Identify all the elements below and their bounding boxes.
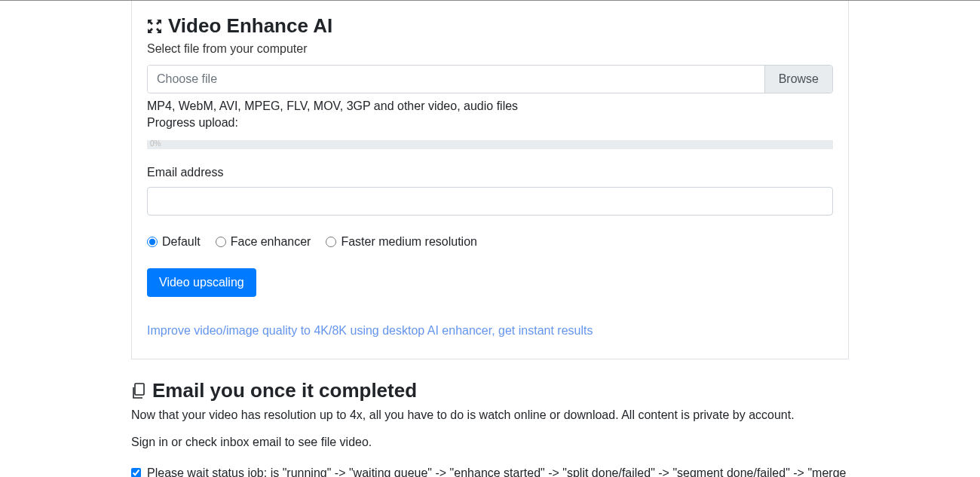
upload-card: Video Enhance AI Select file from your c… [131, 1, 849, 359]
browse-button[interactable]: Browse [764, 66, 832, 93]
status-checkbox[interactable] [131, 468, 141, 477]
radio-default[interactable]: Default [147, 235, 201, 249]
status-row: Please wait status job: is "running" -> … [131, 464, 849, 477]
svg-rect-0 [135, 384, 144, 395]
email-field[interactable] [147, 187, 833, 216]
radio-faster[interactable]: Faster medium resolution [326, 235, 477, 249]
section2-title: Email you once it completed [131, 379, 849, 402]
radio-default-label: Default [162, 235, 201, 249]
section1-title-text: Video Enhance AI [168, 14, 332, 38]
section2-subtitle: Now that your video has resolution up to… [131, 408, 849, 422]
radio-face[interactable]: Face enhancer [216, 235, 311, 249]
formats-hint: MP4, WebM, AVI, MPEG, FLV, MOV, 3GP and … [147, 99, 833, 113]
section1-title: Video Enhance AI [147, 14, 833, 38]
upload-progress-bar: 0% [147, 140, 833, 149]
radio-faster-label: Faster medium resolution [341, 235, 477, 249]
file-input-group[interactable]: Choose file Browse [147, 65, 833, 93]
progress-percent: 0% [150, 139, 161, 148]
radio-face-input[interactable] [216, 237, 226, 247]
progress-label: Progress upload: [147, 116, 833, 130]
video-upscaling-button[interactable]: Video upscaling [147, 268, 256, 297]
desktop-enhancer-link[interactable]: Improve video/image quality to 4K/8K usi… [147, 324, 593, 338]
section2-title-text: Email you once it completed [152, 379, 417, 402]
radio-faster-input[interactable] [326, 237, 336, 247]
radio-default-input[interactable] [147, 237, 158, 247]
status-text: Please wait status job: is "running" -> … [147, 464, 849, 477]
email-label: Email address [147, 166, 833, 179]
select-file-label: Select file from your computer [147, 42, 833, 56]
copy-icon [131, 383, 146, 399]
radio-face-label: Face enhancer [231, 235, 311, 249]
expand-icon [147, 19, 162, 34]
mode-radio-group: Default Face enhancer Faster medium reso… [147, 235, 833, 249]
signin-text: Sign in or check inbox email to see file… [131, 436, 849, 449]
file-input-placeholder[interactable]: Choose file [148, 66, 764, 93]
